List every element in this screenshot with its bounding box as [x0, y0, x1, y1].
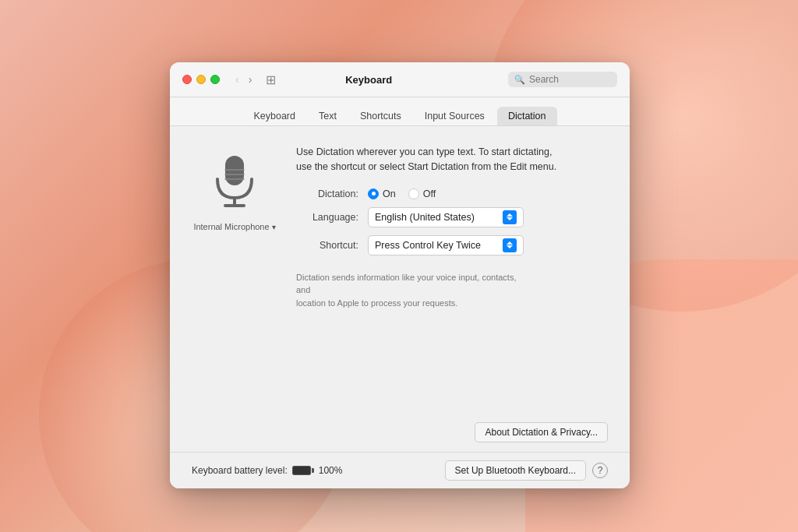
battery-label: Keyboard battery level:: [192, 465, 288, 476]
shortcut-row: Shortcut: Press Control Key Twice: [296, 235, 608, 255]
language-value: English (United States): [375, 212, 498, 223]
chevron-up-icon: [507, 213, 513, 217]
tab-shortcuts[interactable]: Shortcuts: [349, 107, 412, 125]
settings-section: Use Dictation wherever you can type text…: [296, 145, 608, 309]
battery-body: [292, 466, 311, 475]
about-dictation-button[interactable]: About Dictation & Privacy...: [475, 422, 608, 442]
tab-text[interactable]: Text: [308, 107, 348, 125]
language-dropdown-arrow: [503, 210, 517, 224]
radio-off-circle: [408, 188, 419, 199]
minimize-button[interactable]: [196, 75, 206, 84]
tab-input-sources[interactable]: Input Sources: [414, 107, 496, 125]
tabs-container: Keyboard Text Shortcuts Input Sources Di…: [170, 97, 630, 125]
main-content: Internal Microphone ▾ Use Dictation wher…: [170, 126, 630, 422]
tab-keyboard[interactable]: Keyboard: [242, 107, 306, 125]
help-button[interactable]: ?: [592, 463, 608, 478]
search-icon: 🔍: [514, 75, 525, 85]
radio-off[interactable]: Off: [408, 188, 436, 199]
privacy-note: Dictation sends information like your vo…: [296, 271, 530, 310]
close-button[interactable]: [182, 75, 192, 84]
microphone-icon: [211, 153, 258, 216]
keyboard-window: ‹ › ⊞ Keyboard 🔍 Keyboard Text Shortcuts…: [170, 62, 630, 488]
battery-tip: [312, 468, 314, 473]
footer: Keyboard battery level: 100% Set Up Blue…: [170, 452, 630, 488]
titlebar: ‹ › ⊞ Keyboard 🔍: [170, 62, 630, 97]
mic-label[interactable]: Internal Microphone ▾: [193, 222, 275, 231]
bottom-button-row: About Dictation & Privacy...: [170, 422, 630, 452]
battery-percent: 100%: [319, 465, 343, 476]
maximize-button[interactable]: [210, 75, 220, 84]
radio-on[interactable]: On: [368, 188, 396, 199]
radio-on-dot: [372, 192, 376, 196]
tab-bar: Keyboard Text Shortcuts Input Sources Di…: [170, 97, 630, 126]
dictation-area: Internal Microphone ▾ Use Dictation wher…: [192, 145, 608, 309]
language-dropdown[interactable]: English (United States): [368, 207, 524, 227]
footer-buttons: Set Up Bluetooth Keyboard... ?: [445, 460, 608, 481]
shortcut-value: Press Control Key Twice: [375, 240, 498, 251]
mic-chevron-icon: ▾: [272, 223, 276, 231]
shortcut-dropdown[interactable]: Press Control Key Twice: [368, 235, 524, 255]
battery-info: Keyboard battery level: 100%: [192, 465, 342, 476]
shortcut-dropdown-arrow: [503, 238, 517, 252]
language-field-label: Language:: [296, 212, 358, 223]
radio-on-circle: [368, 188, 379, 199]
search-input[interactable]: [529, 74, 607, 85]
battery-fill: [293, 467, 310, 474]
dictation-field-label: Dictation:: [296, 188, 358, 199]
chevron-down-icon: [507, 217, 513, 220]
tab-dictation[interactable]: Dictation: [497, 107, 557, 125]
radio-group: On Off: [368, 188, 436, 199]
dictation-row: Dictation: On Off: [296, 188, 608, 199]
traffic-lights: [182, 75, 220, 84]
shortcut-chevron-down-icon: [507, 245, 513, 248]
svg-rect-0: [225, 156, 244, 185]
search-bar[interactable]: 🔍: [508, 72, 617, 87]
battery-icon: [292, 466, 314, 475]
shortcut-field-label: Shortcut:: [296, 240, 358, 251]
window-title: Keyboard: [238, 74, 499, 86]
mic-section: Internal Microphone ▾: [192, 145, 277, 309]
bluetooth-keyboard-button[interactable]: Set Up Bluetooth Keyboard...: [445, 460, 586, 481]
description-text: Use Dictation wherever you can type text…: [296, 145, 608, 174]
shortcut-chevron-up-icon: [507, 241, 513, 245]
language-row: Language: English (United States): [296, 207, 608, 227]
